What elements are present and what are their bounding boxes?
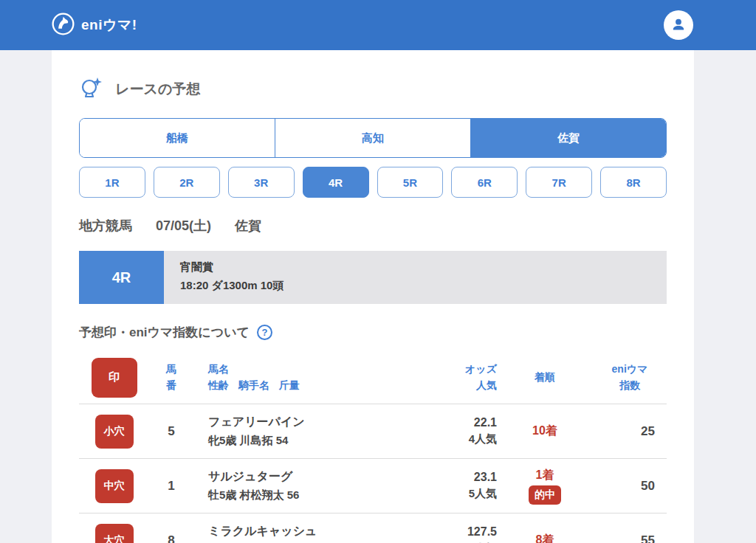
venue-tab-saga[interactable]: 佐賀 — [470, 119, 666, 157]
race-details: 18:20 ダ1300m 10頭 — [180, 279, 667, 293]
race-meta-row: 地方競馬 07/05(土) 佐賀 — [79, 217, 667, 235]
eniuma-index: 55 — [593, 533, 667, 543]
race-tab-1r[interactable]: 1R — [79, 167, 145, 198]
result-text: 10着 — [532, 424, 557, 437]
horse-name: サルジュターグ — [208, 469, 423, 485]
mark-badge: 大穴 — [95, 524, 134, 543]
race-name: 宵闇賞 — [180, 260, 667, 274]
user-icon — [670, 15, 687, 35]
table-header-row: 印 馬 番 馬名 性齢 騎手名 斤量 オッズ 人気 着順 eniウマ 指数 — [79, 351, 667, 404]
horse-number: 8 — [149, 533, 193, 543]
app-header: eniウマ! — [0, 0, 756, 50]
horse-info: 牝5歳 川島拓 54 — [208, 434, 423, 448]
horse-name: ミラクルキャッシュ — [208, 524, 423, 539]
popularity-value: 5人気 — [423, 487, 497, 501]
race-banner: 4R 宵闇賞 18:20 ダ1300m 10頭 — [79, 251, 667, 304]
race-venue: 佐賀 — [235, 217, 261, 235]
hit-badge: 的中 — [529, 485, 561, 505]
result-text: 1着 — [497, 468, 593, 483]
eniuma-index: 25 — [593, 424, 667, 439]
prediction-table: 印 馬 番 馬名 性齢 騎手名 斤量 オッズ 人気 着順 eniウマ 指数 — [79, 351, 667, 543]
horse-logo-icon — [52, 13, 75, 38]
logo-text: eniウマ! — [81, 15, 137, 35]
col-header-index: eniウマ 指数 — [593, 362, 667, 393]
venue-tabs: 船橋 高知 佐賀 — [79, 118, 667, 158]
crystal-ball-icon — [79, 75, 104, 103]
question-circle-icon[interactable]: ? — [257, 325, 272, 340]
race-tab-2r[interactable]: 2R — [154, 167, 220, 198]
content-card: レースの予想 船橋 高知 佐賀 1R 2R 3R 4R 5R 6R 7R 8R … — [52, 50, 694, 543]
horse-number: 1 — [149, 479, 193, 494]
horse-number: 5 — [149, 424, 193, 439]
result-text: 8着 — [536, 533, 554, 543]
col-header-mark: 印 — [79, 358, 149, 398]
col-header-odds: オッズ 人気 — [423, 362, 497, 393]
race-tab-5r[interactable]: 5R — [377, 167, 444, 198]
race-category: 地方競馬 — [79, 217, 132, 235]
col-header-result: 着順 — [497, 371, 593, 384]
page-title: レースの予想 — [115, 80, 200, 99]
race-tab-8r[interactable]: 8R — [600, 167, 667, 198]
mark-badge: 小穴 — [95, 415, 134, 449]
race-date: 07/05(土) — [156, 217, 211, 235]
venue-tab-funabashi[interactable]: 船橋 — [80, 119, 275, 157]
col-header-horse-number: 馬 番 — [149, 362, 193, 393]
race-tab-7r[interactable]: 7R — [526, 167, 592, 198]
race-tab-4r[interactable]: 4R — [303, 167, 369, 198]
horse-info: 牡5歳 村松翔太 56 — [208, 488, 423, 502]
page-title-row: レースの予想 — [79, 75, 667, 103]
table-row[interactable]: 大穴 8 ミラクルキャッシュ セ8歳 中山蓮王 56 127.5 10人気 8着… — [79, 513, 667, 543]
odds-value: 127.5 — [423, 525, 497, 539]
table-row[interactable]: 小穴 5 フェアリーパイン 牝5歳 川島拓 54 22.1 4人気 10着 25 — [79, 404, 667, 459]
app-logo[interactable]: eniウマ! — [52, 13, 137, 38]
user-avatar-button[interactable] — [664, 10, 693, 40]
venue-tab-kochi[interactable]: 高知 — [275, 119, 470, 157]
mark-header-badge: 印 — [92, 358, 137, 398]
eniuma-index: 50 — [593, 479, 667, 494]
odds-value: 23.1 — [423, 471, 497, 484]
table-row[interactable]: 中穴 1 サルジュターグ 牡5歳 村松翔太 56 23.1 5人気 1着 的中 … — [79, 459, 667, 513]
race-tabs: 1R 2R 3R 4R 5R 6R 7R 8R — [79, 167, 667, 198]
race-tab-6r[interactable]: 6R — [451, 167, 518, 198]
col-header-horse: 馬名 性齢 騎手名 斤量 — [193, 362, 423, 393]
race-tab-3r[interactable]: 3R — [228, 167, 295, 198]
odds-value: 22.1 — [423, 416, 497, 429]
popularity-value: 4人気 — [423, 432, 497, 446]
race-info: 宵闇賞 18:20 ダ1300m 10頭 — [164, 251, 667, 304]
race-number-badge: 4R — [79, 251, 164, 304]
prediction-info-link[interactable]: 予想印・eniウマ指数について ? — [79, 324, 667, 341]
horse-name: フェアリーパイン — [208, 415, 423, 430]
info-link-label: 予想印・eniウマ指数について — [79, 324, 250, 341]
mark-badge: 中穴 — [95, 469, 134, 503]
